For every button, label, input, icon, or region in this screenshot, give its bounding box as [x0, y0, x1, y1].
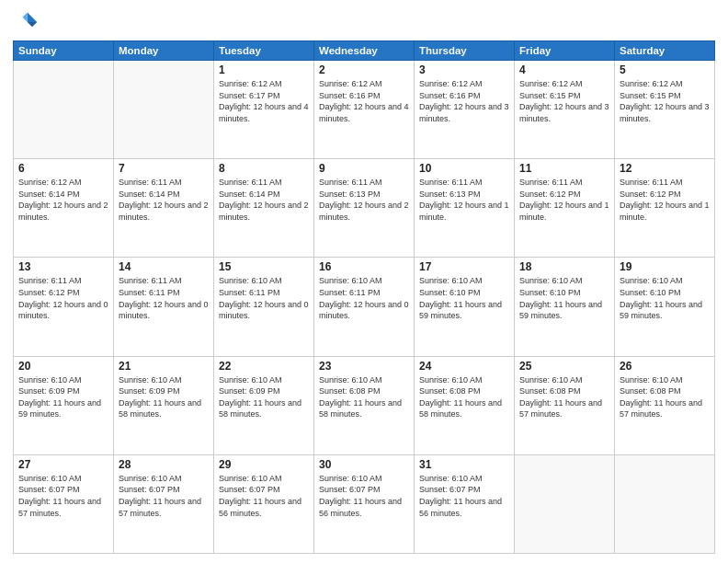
- calendar-cell: 20Sunrise: 6:10 AM Sunset: 6:09 PM Dayli…: [14, 356, 114, 454]
- calendar-cell: 6Sunrise: 6:12 AM Sunset: 6:14 PM Daylig…: [14, 159, 114, 258]
- weekday-header: Thursday: [415, 41, 515, 61]
- day-number: 5: [620, 63, 710, 76]
- day-number: 21: [119, 360, 209, 373]
- day-number: 7: [119, 162, 209, 175]
- calendar-cell: 12Sunrise: 6:11 AM Sunset: 6:12 PM Dayli…: [615, 159, 715, 258]
- cell-info: Sunrise: 6:12 AM Sunset: 6:16 PM Dayligh…: [419, 78, 509, 124]
- svg-marker-1: [28, 22, 38, 27]
- day-number: 26: [620, 360, 710, 373]
- day-number: 11: [519, 162, 609, 175]
- calendar-cell: 24Sunrise: 6:10 AM Sunset: 6:08 PM Dayli…: [415, 356, 515, 454]
- day-number: 12: [620, 162, 710, 175]
- cell-info: Sunrise: 6:12 AM Sunset: 6:14 PM Dayligh…: [18, 177, 108, 223]
- cell-info: Sunrise: 6:11 AM Sunset: 6:12 PM Dayligh…: [620, 177, 710, 223]
- calendar-cell: 16Sunrise: 6:10 AM Sunset: 6:11 PM Dayli…: [314, 258, 415, 356]
- calendar-cell: 10Sunrise: 6:11 AM Sunset: 6:13 PM Dayli…: [415, 159, 515, 258]
- calendar-cell: 4Sunrise: 6:12 AM Sunset: 6:15 PM Daylig…: [515, 61, 615, 159]
- day-number: 14: [119, 260, 209, 273]
- calendar-cell: 2Sunrise: 6:12 AM Sunset: 6:16 PM Daylig…: [314, 61, 415, 159]
- logo-icon: [13, 9, 39, 35]
- calendar-cell: [14, 61, 114, 159]
- calendar-cell: 15Sunrise: 6:10 AM Sunset: 6:11 PM Dayli…: [214, 258, 314, 356]
- day-number: 24: [419, 360, 509, 373]
- day-number: 31: [419, 458, 509, 471]
- cell-info: Sunrise: 6:10 AM Sunset: 6:10 PM Dayligh…: [519, 275, 609, 321]
- calendar-week-row: 1Sunrise: 6:12 AM Sunset: 6:17 PM Daylig…: [14, 61, 715, 159]
- cell-info: Sunrise: 6:12 AM Sunset: 6:17 PM Dayligh…: [219, 78, 309, 124]
- calendar-cell: 18Sunrise: 6:10 AM Sunset: 6:10 PM Dayli…: [515, 258, 615, 356]
- day-number: 28: [119, 458, 209, 471]
- cell-info: Sunrise: 6:10 AM Sunset: 6:10 PM Dayligh…: [419, 275, 509, 321]
- cell-info: Sunrise: 6:10 AM Sunset: 6:07 PM Dayligh…: [319, 473, 409, 519]
- page: SundayMondayTuesdayWednesdayThursdayFrid…: [0, 0, 728, 563]
- calendar-cell: 13Sunrise: 6:11 AM Sunset: 6:12 PM Dayli…: [14, 258, 114, 356]
- day-number: 23: [319, 360, 409, 373]
- cell-info: Sunrise: 6:11 AM Sunset: 6:14 PM Dayligh…: [119, 177, 209, 223]
- cell-info: Sunrise: 6:12 AM Sunset: 6:16 PM Dayligh…: [319, 78, 409, 124]
- weekday-header: Monday: [114, 41, 214, 61]
- calendar-cell: [114, 61, 214, 159]
- cell-info: Sunrise: 6:10 AM Sunset: 6:08 PM Dayligh…: [620, 374, 710, 420]
- calendar-week-row: 20Sunrise: 6:10 AM Sunset: 6:09 PM Dayli…: [14, 356, 715, 454]
- calendar-cell: 29Sunrise: 6:10 AM Sunset: 6:07 PM Dayli…: [214, 454, 314, 553]
- cell-info: Sunrise: 6:12 AM Sunset: 6:15 PM Dayligh…: [620, 78, 710, 124]
- day-number: 17: [419, 260, 509, 273]
- day-number: 27: [18, 458, 108, 471]
- calendar-cell: [515, 454, 615, 553]
- calendar-cell: 5Sunrise: 6:12 AM Sunset: 6:15 PM Daylig…: [615, 61, 715, 159]
- day-number: 3: [419, 63, 509, 76]
- calendar-cell: 23Sunrise: 6:10 AM Sunset: 6:08 PM Dayli…: [314, 356, 415, 454]
- day-number: 6: [18, 162, 108, 175]
- logo: [13, 9, 42, 35]
- day-number: 8: [219, 162, 309, 175]
- day-number: 16: [319, 260, 409, 273]
- day-number: 30: [319, 458, 409, 471]
- cell-info: Sunrise: 6:10 AM Sunset: 6:07 PM Dayligh…: [119, 473, 209, 519]
- calendar-cell: 19Sunrise: 6:10 AM Sunset: 6:10 PM Dayli…: [615, 258, 715, 356]
- calendar-week-row: 13Sunrise: 6:11 AM Sunset: 6:12 PM Dayli…: [14, 258, 715, 356]
- cell-info: Sunrise: 6:10 AM Sunset: 6:07 PM Dayligh…: [419, 473, 509, 519]
- weekday-header: Friday: [515, 41, 615, 61]
- weekday-header: Wednesday: [314, 41, 415, 61]
- cell-info: Sunrise: 6:11 AM Sunset: 6:12 PM Dayligh…: [519, 177, 609, 223]
- calendar-table: SundayMondayTuesdayWednesdayThursdayFrid…: [13, 40, 715, 554]
- calendar-cell: 28Sunrise: 6:10 AM Sunset: 6:07 PM Dayli…: [114, 454, 214, 553]
- weekday-header: Sunday: [14, 41, 114, 61]
- day-number: 15: [219, 260, 309, 273]
- day-number: 20: [18, 360, 108, 373]
- calendar-cell: 25Sunrise: 6:10 AM Sunset: 6:08 PM Dayli…: [515, 356, 615, 454]
- day-number: 10: [419, 162, 509, 175]
- cell-info: Sunrise: 6:10 AM Sunset: 6:09 PM Dayligh…: [219, 374, 309, 420]
- calendar-cell: 21Sunrise: 6:10 AM Sunset: 6:09 PM Dayli…: [114, 356, 214, 454]
- cell-info: Sunrise: 6:10 AM Sunset: 6:09 PM Dayligh…: [119, 374, 209, 420]
- weekday-header: Saturday: [615, 41, 715, 61]
- calendar-cell: 8Sunrise: 6:11 AM Sunset: 6:14 PM Daylig…: [214, 159, 314, 258]
- cell-info: Sunrise: 6:10 AM Sunset: 6:08 PM Dayligh…: [419, 374, 509, 420]
- cell-info: Sunrise: 6:10 AM Sunset: 6:11 PM Dayligh…: [219, 275, 309, 321]
- cell-info: Sunrise: 6:11 AM Sunset: 6:11 PM Dayligh…: [119, 275, 209, 321]
- day-number: 2: [319, 63, 409, 76]
- calendar-cell: 1Sunrise: 6:12 AM Sunset: 6:17 PM Daylig…: [214, 61, 314, 159]
- day-number: 25: [519, 360, 609, 373]
- cell-info: Sunrise: 6:10 AM Sunset: 6:07 PM Dayligh…: [219, 473, 309, 519]
- day-number: 1: [219, 63, 309, 76]
- calendar-cell: [615, 454, 715, 553]
- calendar-week-row: 27Sunrise: 6:10 AM Sunset: 6:07 PM Dayli…: [14, 454, 715, 553]
- cell-info: Sunrise: 6:10 AM Sunset: 6:07 PM Dayligh…: [18, 473, 108, 519]
- weekday-header-row: SundayMondayTuesdayWednesdayThursdayFrid…: [14, 41, 715, 61]
- weekday-header: Tuesday: [214, 41, 314, 61]
- calendar-cell: 9Sunrise: 6:11 AM Sunset: 6:13 PM Daylig…: [314, 159, 415, 258]
- calendar-cell: 22Sunrise: 6:10 AM Sunset: 6:09 PM Dayli…: [214, 356, 314, 454]
- day-number: 9: [319, 162, 409, 175]
- calendar-cell: 30Sunrise: 6:10 AM Sunset: 6:07 PM Dayli…: [314, 454, 415, 553]
- cell-info: Sunrise: 6:10 AM Sunset: 6:11 PM Dayligh…: [319, 275, 409, 321]
- svg-marker-0: [28, 13, 38, 23]
- calendar-cell: 14Sunrise: 6:11 AM Sunset: 6:11 PM Dayli…: [114, 258, 214, 356]
- svg-marker-2: [23, 13, 28, 23]
- cell-info: Sunrise: 6:11 AM Sunset: 6:13 PM Dayligh…: [419, 177, 509, 223]
- cell-info: Sunrise: 6:10 AM Sunset: 6:08 PM Dayligh…: [519, 374, 609, 420]
- calendar-cell: 11Sunrise: 6:11 AM Sunset: 6:12 PM Dayli…: [515, 159, 615, 258]
- calendar-cell: 27Sunrise: 6:10 AM Sunset: 6:07 PM Dayli…: [14, 454, 114, 553]
- day-number: 22: [219, 360, 309, 373]
- cell-info: Sunrise: 6:10 AM Sunset: 6:10 PM Dayligh…: [620, 275, 710, 321]
